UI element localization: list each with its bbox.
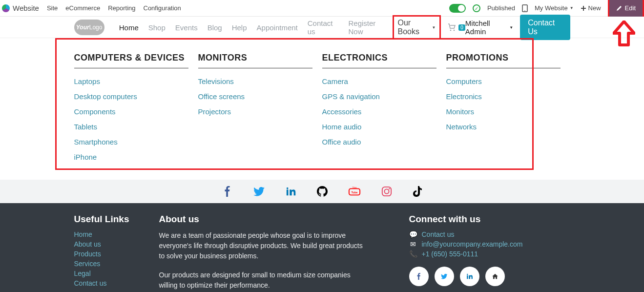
svg-point-1	[524, 10, 525, 11]
app-brand[interactable]: Website	[2, 4, 39, 12]
connect-phone[interactable]: +1 (650) 555-0111	[422, 250, 478, 258]
footer-link-products[interactable]: Products	[74, 250, 159, 258]
footer-linkedin[interactable]	[460, 267, 479, 286]
footer-link-home[interactable]: Home	[74, 230, 159, 238]
mobile-preview-button[interactable]	[522, 4, 528, 12]
nav-events[interactable]: Events	[170, 23, 203, 32]
linkedin-icon[interactable]	[286, 186, 296, 197]
contact-us-button[interactable]: Contact Us	[520, 15, 570, 40]
nav-appointment[interactable]: Appointment	[252, 23, 303, 32]
plus-icon	[581, 5, 586, 11]
footer-link-legal[interactable]: Legal	[74, 270, 159, 277]
mega-link[interactable]: Accessories	[322, 107, 436, 116]
topmenu-reporting[interactable]: Reporting	[108, 4, 135, 12]
mega-link[interactable]: Smartphones	[74, 138, 188, 146]
svg-rect-7	[382, 187, 391, 196]
instagram-icon[interactable]	[381, 186, 392, 197]
about-us-text-2: Our products are designed for small to m…	[159, 270, 369, 291]
footer-link-about[interactable]: About us	[74, 240, 159, 248]
connect-contact-link[interactable]: Contact us	[422, 230, 455, 238]
nav-shop[interactable]: Shop	[144, 23, 170, 32]
twitter-icon[interactable]	[253, 186, 265, 197]
edit-button[interactable]: Edit	[609, 0, 643, 17]
footer-twitter[interactable]	[435, 267, 454, 286]
mega-col-title: PROMOTIONS	[446, 53, 561, 63]
topmenu-configuration[interactable]: Configuration	[144, 4, 181, 12]
website-switcher[interactable]: My Website▼	[535, 4, 574, 12]
chevron-down-icon: ▼	[432, 25, 436, 30]
pencil-icon	[616, 5, 622, 11]
mega-col-title: COMPUTERS & DEVICES	[74, 53, 188, 63]
mega-col-promotions: PROMOTIONS Computers Electronics Monitor…	[446, 53, 570, 168]
mega-menu: COMPUTERS & DEVICES Laptops Desktop comp…	[74, 38, 570, 180]
connect-email[interactable]: info@yourcompany.example.com	[422, 240, 523, 248]
about-us-title: About us	[159, 214, 369, 225]
mega-link[interactable]: Monitors	[446, 107, 561, 116]
about-us-text-1: We are a team of passionate people whose…	[159, 230, 369, 261]
svg-point-2	[450, 30, 452, 31]
svg-text:Tube: Tube	[351, 191, 357, 194]
mega-link[interactable]: GPS & navigation	[322, 92, 436, 101]
nav-our-books[interactable]: Our Books ▼	[393, 15, 441, 40]
mega-link[interactable]: Office screens	[198, 92, 312, 101]
nav-contactus[interactable]: Contact us	[303, 19, 344, 36]
published-toggle[interactable]	[449, 4, 466, 13]
published-label: Published	[487, 4, 515, 12]
mega-link[interactable]: Networks	[446, 123, 561, 131]
phone-icon: 📞	[409, 250, 417, 258]
mega-link[interactable]: Desktop computers	[74, 92, 188, 101]
youtube-icon[interactable]: YouTube	[348, 186, 361, 197]
mega-link[interactable]: Components	[74, 107, 188, 116]
svg-point-3	[454, 30, 455, 31]
footer-link-contact[interactable]: Contact us	[74, 279, 159, 287]
mega-col-monitors: MONITORS Televisions Office screens Proj…	[198, 53, 322, 168]
site-logo[interactable]: YourLogo	[74, 20, 104, 35]
mega-link[interactable]: Camera	[322, 77, 436, 85]
speech-icon: 💬	[409, 230, 417, 238]
cart-icon	[448, 23, 457, 31]
nav-help[interactable]: Help	[227, 23, 252, 32]
mega-link[interactable]: Computers	[446, 77, 561, 85]
cart-count-badge: 0	[458, 24, 465, 31]
footer-link-services[interactable]: Services	[74, 260, 159, 268]
mega-link[interactable]: Home audio	[322, 123, 436, 131]
mega-col-electronics: ELECTRONICS Camera GPS & navigation Acce…	[322, 53, 446, 168]
topmenu-site[interactable]: Site	[47, 4, 58, 12]
mega-col-computers: COMPUTERS & DEVICES Laptops Desktop comp…	[74, 53, 198, 168]
mega-col-title: MONITORS	[198, 53, 312, 63]
new-button[interactable]: New	[581, 4, 601, 12]
mega-link[interactable]: Televisions	[198, 77, 312, 85]
svg-text:You: You	[352, 186, 356, 189]
social-bar: YouTube	[0, 180, 644, 203]
footer-home[interactable]	[485, 267, 505, 286]
edit-button-highlight: Edit	[608, 0, 644, 17]
topmenu-ecommerce[interactable]: eCommerce	[65, 4, 100, 12]
mega-link[interactable]: iPhone	[74, 153, 188, 161]
admin-topbar: Website Site eCommerce Reporting Configu…	[0, 0, 644, 17]
footer-facebook[interactable]	[409, 267, 429, 286]
site-nav: YourLogo Home Shop Events Blog Help Appo…	[0, 17, 644, 38]
svg-point-8	[384, 189, 389, 193]
tiktok-icon[interactable]	[413, 186, 422, 197]
mobile-icon	[522, 4, 528, 12]
cart-button[interactable]: 0	[448, 23, 465, 31]
user-menu[interactable]: Mitchell Admin▼	[465, 19, 513, 36]
useful-links-title: Useful Links	[74, 214, 159, 225]
check-icon: ✓	[473, 4, 480, 12]
mega-link[interactable]: Projectors	[198, 107, 312, 116]
mega-link[interactable]: Electronics	[446, 92, 561, 101]
nav-home[interactable]: Home	[114, 23, 144, 32]
nav-register[interactable]: Register Now	[344, 19, 393, 36]
mega-link[interactable]: Tablets	[74, 123, 188, 131]
mail-icon: ✉	[409, 240, 417, 248]
facebook-icon[interactable]	[222, 186, 233, 197]
website-app-icon	[2, 4, 10, 12]
mega-link[interactable]: Office audio	[322, 138, 436, 146]
github-icon[interactable]	[317, 186, 328, 197]
nav-blog[interactable]: Blog	[203, 23, 227, 32]
footer: Useful Links Home About us Products Serv…	[0, 203, 644, 292]
connect-title: Connect with us	[409, 214, 570, 225]
svg-point-9	[389, 188, 390, 189]
mega-link[interactable]: Laptops	[74, 77, 188, 85]
mega-col-title: ELECTRONICS	[322, 53, 436, 63]
